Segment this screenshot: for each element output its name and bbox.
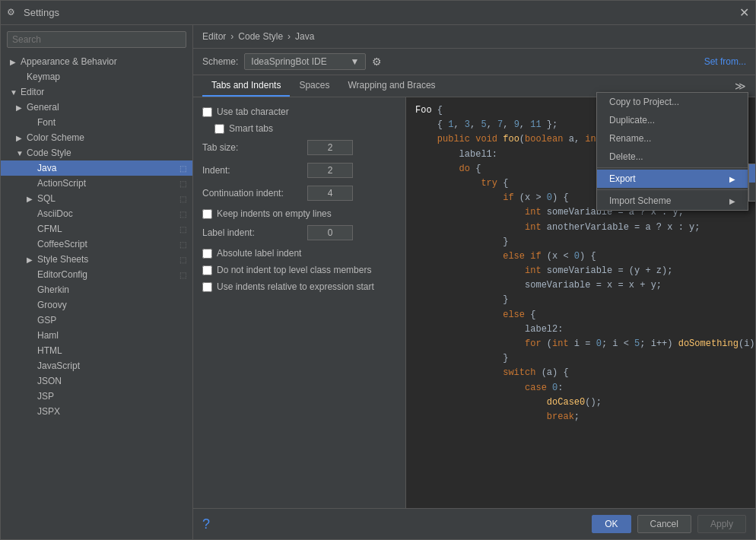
breadcrumb-sep: › (230, 31, 233, 42)
code-line: for (int i = 0; i < 5; i++) doSomething(… (415, 337, 746, 351)
tab-wrapping[interactable]: Wrapping and Braces (338, 75, 444, 97)
code-line: someVariable = x = x + y; (415, 278, 746, 293)
menu-item-import-scheme[interactable]: Import Scheme ▶ (597, 192, 748, 210)
scheme-value: IdeaSpringBot IDE (251, 56, 326, 67)
sidebar-item-java[interactable]: Java ⬚ (1, 160, 192, 176)
use-tab-character-row: Use tab character (202, 106, 396, 117)
sidebar-item-editor[interactable]: ▼ Editor (1, 84, 192, 100)
sidebar-item-keymap[interactable]: Keymap (1, 69, 192, 84)
menu-item-label: Import Scheme (609, 195, 671, 206)
sidebar-item-label: Editor (21, 87, 44, 97)
sidebar-item-jsp[interactable]: JSP (1, 389, 192, 404)
sidebar-item-color-scheme[interactable]: ▶ Color Scheme (1, 130, 192, 145)
menu-item-rename[interactable]: Rename... (597, 129, 748, 148)
tab-tabs-and-indents[interactable]: Tabs and Indents (202, 75, 290, 97)
tabs-more-button[interactable]: ≫ (735, 80, 746, 92)
indent-label: Indent: (202, 165, 301, 176)
scheme-gear-button[interactable]: ⚙ (372, 56, 382, 68)
code-line: label2: (415, 322, 746, 337)
submenu-item-intellij-xml[interactable]: IntelliJ IDEA code style XML (749, 164, 755, 183)
sidebar-item-json[interactable]: JSON (1, 373, 192, 389)
no-indent-top-level-checkbox[interactable] (202, 265, 212, 275)
search-box[interactable] (7, 31, 186, 48)
settings-window: ⚙ Settings ✕ ▶ Appearance & Behavior Key… (0, 0, 756, 540)
code-line: else if (x < 0) { (415, 249, 746, 264)
absolute-label-indent-checkbox[interactable] (202, 249, 212, 259)
sidebar-item-code-style[interactable]: ▼ Code Style (1, 145, 192, 160)
sidebar-item-label: JSPX (37, 406, 60, 417)
settings-pane: Use tab character Smart tabs Tab size: I… (193, 97, 406, 508)
sidebar-item-label: CFML (37, 224, 62, 234)
dropdown-arrow-icon: ▼ (350, 56, 359, 67)
code-line: doCase0(); (415, 395, 746, 410)
indent-input[interactable] (307, 163, 353, 178)
no-indent-top-level-label: Do not indent top level class members (217, 265, 371, 275)
sidebar-item-style-sheets[interactable]: ▶ Style Sheets ⬚ (1, 252, 192, 267)
sidebar-item-gherkin[interactable]: Gherkin (1, 282, 192, 297)
sidebar-item-groovy[interactable]: Groovy (1, 297, 192, 313)
copy-icon: ⬚ (179, 210, 186, 218)
code-line: int anotherVariable = a ? x : y; (415, 221, 746, 235)
tab-size-label: Tab size: (202, 142, 301, 153)
menu-separator (597, 189, 748, 190)
use-tab-character-checkbox[interactable] (202, 107, 212, 117)
continuation-indent-input[interactable] (307, 186, 353, 201)
close-button[interactable]: ✕ (739, 5, 749, 20)
copy-icon: ⬚ (179, 256, 186, 264)
app-icon: ⚙ (7, 7, 19, 19)
sidebar-item-label: GSP (37, 315, 56, 326)
label-indent-input[interactable] (307, 225, 353, 240)
expand-icon: ▶ (27, 195, 34, 203)
sidebar-item-actionscript[interactable]: ActionScript ⬚ (1, 176, 192, 191)
sidebar-item-jspx[interactable]: JSPX (1, 404, 192, 419)
sidebar-item-label: SQL (37, 193, 56, 204)
breadcrumb-part-editor: Editor (202, 31, 226, 42)
sidebar-item-font[interactable]: Font (1, 115, 192, 130)
submenu-item-editorconfig[interactable]: EditorConfig File (749, 183, 755, 201)
sidebar-item-general[interactable]: ▶ General (1, 100, 192, 115)
use-indents-relative-checkbox[interactable] (202, 282, 212, 292)
set-from-link[interactable]: Set from... (704, 56, 746, 67)
sidebar-item-appearance-behavior[interactable]: ▶ Appearance & Behavior (1, 54, 192, 69)
sidebar-item-label: Code Style (27, 148, 71, 158)
copy-icon: ⬚ (179, 271, 186, 279)
sidebar-item-asciidoc[interactable]: AsciiDoc ⬚ (1, 206, 192, 221)
sidebar-item-label: CoffeeScript (37, 239, 87, 249)
no-indent-top-level-row: Do not indent top level class members (202, 265, 396, 275)
keep-indents-checkbox[interactable] (202, 209, 212, 219)
sidebar-item-coffeescript[interactable]: CoffeeScript ⬚ (1, 237, 192, 252)
menu-item-export[interactable]: Export ▶ (597, 170, 748, 188)
sidebar-item-sql[interactable]: ▶ SQL ⬚ (1, 191, 192, 206)
smart-tabs-checkbox[interactable] (214, 124, 224, 134)
menu-item-duplicate[interactable]: Duplicate... (597, 111, 748, 129)
menu-item-copy-to-project[interactable]: Copy to Project... (597, 93, 748, 111)
tab-spaces[interactable]: Spaces (290, 75, 338, 97)
apply-button[interactable]: Apply (697, 515, 746, 533)
sidebar-item-haml[interactable]: Haml (1, 328, 192, 343)
menu-item-delete[interactable]: Delete... (597, 148, 748, 166)
sidebar-item-html[interactable]: HTML (1, 343, 192, 358)
scheme-dropdown[interactable]: IdeaSpringBot IDE ▼ (244, 53, 366, 70)
sidebar-item-javascript[interactable]: JavaScript (1, 358, 192, 373)
sidebar-item-editorconfig[interactable]: EditorConfig ⬚ (1, 267, 192, 282)
breadcrumb-sep: › (287, 31, 291, 42)
tab-size-input[interactable] (307, 140, 353, 155)
menu-item-label: Rename... (609, 133, 651, 144)
menu-separator (597, 167, 748, 168)
scheme-label: Scheme: (202, 56, 238, 67)
keep-indents-label: Keep indents on empty lines (217, 208, 332, 219)
use-indents-relative-label: Use indents relative to expression start (217, 281, 374, 292)
sidebar-item-cfml[interactable]: CFML ⬚ (1, 221, 192, 237)
main-content: ▶ Appearance & Behavior Keymap ▼ Editor … (1, 25, 755, 539)
cancel-button[interactable]: Cancel (637, 515, 691, 533)
search-input[interactable] (7, 31, 186, 48)
help-button[interactable]: ? (202, 516, 210, 532)
copy-icon: ⬚ (179, 179, 186, 188)
sidebar-item-gsp[interactable]: GSP (1, 313, 192, 328)
menu-item-label: Duplicate... (609, 115, 655, 125)
menu-item-label: Delete... (609, 151, 643, 162)
window-title: Settings (24, 7, 739, 18)
ok-button[interactable]: OK (592, 515, 631, 533)
label-indent-label: Label indent: (202, 227, 301, 238)
sidebar-item-label: AsciiDoc (37, 208, 73, 219)
